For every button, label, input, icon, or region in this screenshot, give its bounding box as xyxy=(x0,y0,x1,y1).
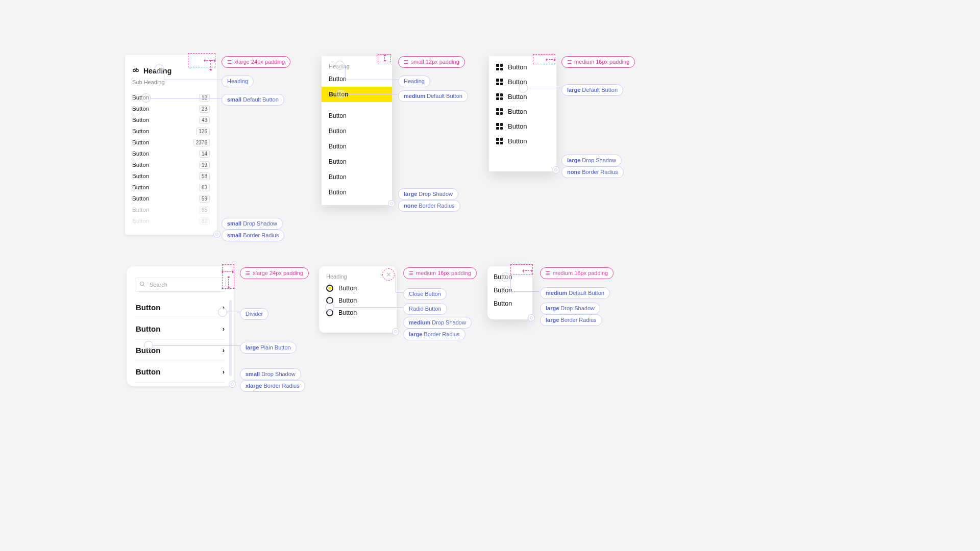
radio-icon xyxy=(326,285,333,292)
annotation-default-button: mediumDefault Button xyxy=(540,287,610,299)
chevron-right-icon: › xyxy=(223,368,225,375)
count-badge: 14 xyxy=(199,150,210,158)
annotation-drop-shadow: smallDrop Shadow xyxy=(222,218,283,230)
annotation-leader xyxy=(396,292,403,293)
close-button[interactable]: ✕ xyxy=(384,270,393,279)
annotation-padding: ☰small 12px padding xyxy=(398,56,465,68)
grid-icon xyxy=(496,108,503,115)
radio-item[interactable]: Button xyxy=(326,297,389,304)
count-badge: 12 xyxy=(199,94,210,102)
radio-icon xyxy=(326,297,333,304)
scrollbar[interactable] xyxy=(229,300,232,376)
list-item[interactable]: Button xyxy=(322,169,392,185)
list-icon: ☰ xyxy=(409,271,413,276)
list-item[interactable]: Button58 xyxy=(132,171,210,181)
search-input[interactable]: Search xyxy=(135,278,226,292)
chevron-right-icon: › xyxy=(223,304,225,311)
list-item[interactable]: Button xyxy=(322,108,392,123)
list-item[interactable]: Button› xyxy=(135,318,226,340)
corner-marker xyxy=(552,166,559,173)
annotation-heading: Heading xyxy=(398,76,430,87)
annotation-plain-button: largePlain Button xyxy=(240,342,297,354)
list-item[interactable]: Button xyxy=(494,300,526,307)
list-item[interactable]: Button2376 xyxy=(132,137,210,147)
count-badge: 82 xyxy=(199,217,210,225)
list-item[interactable]: Button82 xyxy=(132,216,210,226)
annotation-padding: ☰medium 16px padding xyxy=(561,56,635,68)
search-icon xyxy=(139,281,145,288)
radio-item[interactable]: Button xyxy=(326,285,389,292)
binoculars-icon xyxy=(132,66,139,75)
svg-line-3 xyxy=(143,285,145,287)
annotation-radio-button: Radio Button xyxy=(403,303,447,315)
heading-row: Heading xyxy=(132,66,210,75)
list-item[interactable]: Button xyxy=(322,154,392,169)
list-item[interactable]: Button› xyxy=(135,340,226,361)
annotation-default-button: smallDefault Button xyxy=(222,94,284,106)
annotation-border-radius: xlargeBorder Radius xyxy=(240,380,305,392)
list-icon: ☰ xyxy=(567,60,572,65)
annotation-padding: ☰medium 16px padding xyxy=(403,267,477,279)
list-item[interactable]: Button xyxy=(496,93,549,101)
list-item[interactable]: Button xyxy=(494,273,526,281)
list-item[interactable]: Button83 xyxy=(132,182,210,192)
annotation-heading: Heading xyxy=(222,76,254,87)
list-item[interactable]: Button› xyxy=(135,361,226,383)
annotation-drop-shadow: mediumDrop Shadow xyxy=(403,317,472,329)
list-item[interactable]: Button xyxy=(496,122,549,130)
radio-icon xyxy=(326,309,333,316)
list-item[interactable]: Button95 xyxy=(132,205,210,215)
list-item[interactable]: Button xyxy=(494,287,526,294)
count-badge: 58 xyxy=(199,172,210,180)
corner-marker xyxy=(388,200,395,207)
list-item[interactable]: Button xyxy=(496,63,549,71)
annotation-close-button: Close Button xyxy=(403,288,447,300)
list-item[interactable]: Button xyxy=(322,71,392,87)
annotation-border-radius: noneBorder Radius xyxy=(398,200,460,212)
annotation-border-radius: largeBorder Radius xyxy=(403,329,465,340)
annotation-drop-shadow: largeDrop Shadow xyxy=(398,188,458,200)
count-badge: 126 xyxy=(196,128,210,135)
svg-point-1 xyxy=(136,69,139,72)
list-item[interactable]: Button xyxy=(496,108,549,115)
list-item-selected[interactable]: Button xyxy=(322,87,392,102)
list-item[interactable]: Button› xyxy=(135,297,226,318)
list-item[interactable]: Button xyxy=(322,123,392,139)
count-badge: 23 xyxy=(199,105,210,113)
list-item[interactable]: Button126 xyxy=(132,126,210,136)
corner-marker xyxy=(229,381,236,388)
list-item[interactable]: Button xyxy=(496,137,549,145)
grid-icon xyxy=(496,123,503,130)
list-item[interactable]: Button xyxy=(322,185,392,200)
heading-text: Heading xyxy=(326,273,389,280)
radio-item[interactable]: Button xyxy=(326,309,389,316)
card-6: Button Button Button xyxy=(487,266,532,319)
heading-text: Heading xyxy=(143,67,172,75)
annotation-padding: ☰medium 16px padding xyxy=(540,267,614,279)
heading-text: Heading xyxy=(322,63,392,71)
close-icon: ✕ xyxy=(386,271,391,279)
annotation-default-button: mediumDefault Button xyxy=(398,90,468,102)
list-item[interactable]: Button14 xyxy=(132,148,210,159)
list-item[interactable]: Button59 xyxy=(132,193,210,204)
count-badge: 2376 xyxy=(193,139,210,146)
annotation-border-radius: noneBorder Radius xyxy=(561,166,624,178)
annotation-border-radius: largeBorder Radius xyxy=(540,314,602,326)
corner-marker xyxy=(213,231,220,238)
list-item[interactable]: Button xyxy=(322,139,392,154)
count-badge: 83 xyxy=(199,184,210,191)
annotation-padding: ☰xlarge 24px padding xyxy=(240,267,309,279)
list-item[interactable]: Button xyxy=(496,78,549,86)
grid-icon xyxy=(496,79,503,85)
list-icon: ☰ xyxy=(227,60,232,65)
list-icon: ☰ xyxy=(246,271,250,276)
list-item[interactable]: Button12 xyxy=(132,92,210,103)
grid-icon xyxy=(496,93,503,100)
grid-icon xyxy=(496,138,503,144)
list-item[interactable]: Button43 xyxy=(132,115,210,125)
count-badge: 59 xyxy=(199,195,210,203)
list-item[interactable]: Button19 xyxy=(132,160,210,170)
annotation-drop-shadow: largeDrop Shadow xyxy=(540,303,600,314)
chevron-right-icon: › xyxy=(223,325,225,333)
list-item[interactable]: Button23 xyxy=(132,104,210,114)
